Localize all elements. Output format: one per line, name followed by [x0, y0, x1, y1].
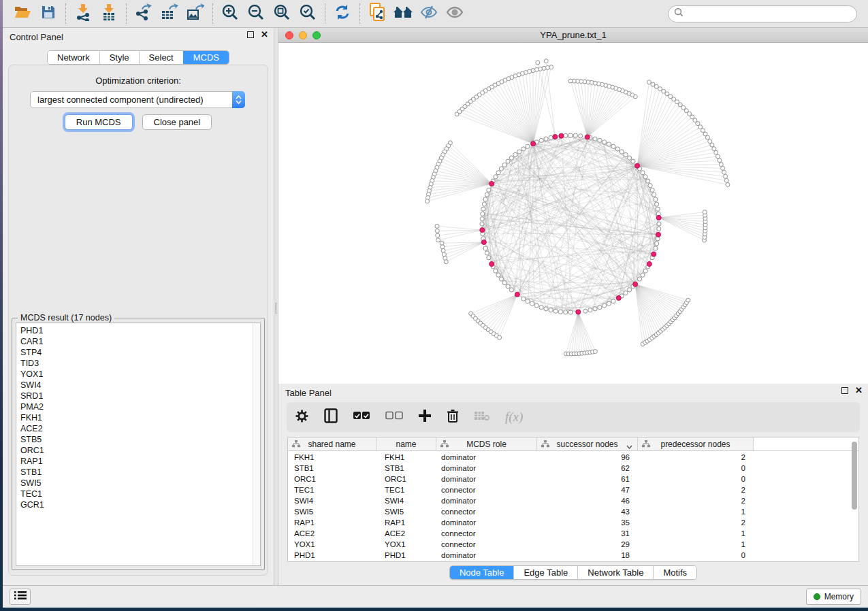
open-file-button[interactable] [10, 3, 35, 24]
criterion-select[interactable]: largest connected component (undirected) [30, 91, 245, 108]
toolbar-separator [359, 3, 360, 24]
show-columns-button[interactable] [324, 408, 338, 426]
close-panel-button[interactable]: Close panel [142, 114, 212, 130]
table-cell: RAP1 [288, 518, 376, 527]
import-table-button[interactable] [96, 3, 122, 24]
table-row[interactable]: PHD1PHD1dominator180 [288, 550, 858, 561]
export-table-button[interactable] [157, 3, 182, 24]
plus-icon [418, 409, 432, 425]
splitter-handle[interactable] [275, 303, 277, 314]
result-node-item[interactable]: GCR1 [16, 499, 260, 510]
table-header-row: shared name name MCDS role successor nod… [288, 437, 858, 451]
column-header-mcds-role[interactable]: MCDS role [436, 437, 537, 450]
table-row[interactable]: SWI5SWI5connector431 [288, 506, 858, 517]
table-cell: dominator [436, 551, 537, 559]
hide-eye-button[interactable] [416, 3, 442, 24]
result-node-item[interactable]: FKH1 [16, 412, 260, 423]
memory-button[interactable]: Memory [806, 589, 861, 605]
table-row[interactable]: TEC1TEC1connector472 [288, 484, 858, 495]
export-network-button[interactable] [131, 3, 157, 24]
table-row[interactable]: SWI4SWI4dominator462 [288, 495, 858, 506]
result-node-item[interactable]: ORC1 [16, 445, 260, 456]
table-row[interactable]: ACE2ACE2connector311 [288, 528, 858, 539]
result-node-item[interactable]: PHD1 [16, 325, 260, 336]
column-header-shared-name[interactable]: shared name [288, 437, 376, 450]
close-panel-icon[interactable]: ✕ [261, 31, 268, 38]
result-node-item[interactable]: YOX1 [16, 369, 260, 380]
result-node-item[interactable]: CAR1 [16, 336, 260, 347]
tab-mcds[interactable]: MCDS [183, 51, 229, 64]
task-history-button[interactable] [10, 589, 31, 605]
import-table-icon [101, 3, 117, 24]
result-node-item[interactable]: TEC1 [16, 489, 260, 499]
zoom-out-button[interactable] [243, 3, 269, 24]
table-cell: dominator [436, 497, 537, 505]
clone-network-button[interactable] [364, 3, 390, 24]
result-node-item[interactable]: SWI4 [16, 380, 260, 391]
refresh-button[interactable] [329, 3, 355, 24]
float-panel-icon[interactable] [247, 31, 254, 38]
result-node-item[interactable]: STP4 [16, 347, 260, 358]
table-row[interactable]: FKH1FKH1dominator962 [288, 452, 858, 463]
result-node-item[interactable]: SRD1 [16, 391, 260, 401]
table-scrollbar-thumb[interactable] [852, 442, 857, 510]
export-image-button[interactable] [182, 3, 208, 24]
table-row[interactable]: YOX1YOX1connector291 [288, 539, 858, 550]
result-list-scrollbar[interactable] [253, 323, 260, 565]
tab-select[interactable]: Select [139, 51, 183, 64]
table-panel-titlebar: Table Panel ✕ [278, 384, 868, 401]
table-cell: STB1 [288, 464, 376, 472]
trash-icon [447, 409, 459, 426]
tab-style[interactable]: Style [99, 51, 139, 64]
panel-splitter[interactable] [274, 28, 278, 585]
table-row[interactable]: RAP1RAP1dominator352 [288, 517, 858, 528]
result-node-item[interactable]: STB1 [16, 467, 260, 478]
table-cell: 2 [638, 518, 754, 527]
column-header-successor-nodes[interactable]: successor nodes [537, 437, 638, 450]
column-header-predecessor-nodes[interactable]: predecessor nodes [638, 437, 754, 450]
function-builder-button-disabled: f(x) [505, 410, 523, 425]
zoom-in-button[interactable] [217, 3, 243, 24]
list-menu-icon [14, 591, 27, 603]
delete-column-button[interactable] [447, 409, 459, 426]
table-cell: TEC1 [376, 486, 436, 494]
floppy-disk-icon [41, 5, 56, 22]
result-node-item[interactable]: SWI5 [16, 478, 260, 489]
zoom-selected-button[interactable] [295, 3, 321, 24]
import-network-button[interactable] [70, 3, 96, 24]
table-cell: ORC1 [288, 475, 376, 483]
column-header-name[interactable]: name [376, 437, 436, 450]
run-mcds-button[interactable]: Run MCDS [65, 114, 133, 130]
result-node-item[interactable]: RAP1 [16, 456, 260, 467]
result-node-item[interactable]: TID3 [16, 358, 260, 369]
table-tab-network-table[interactable]: Network Table [577, 566, 653, 579]
tab-network[interactable]: Network [48, 51, 99, 64]
table-cell: dominator [436, 518, 537, 527]
float-table-panel-icon[interactable] [841, 387, 848, 394]
result-node-item[interactable]: PMA2 [16, 401, 260, 412]
network-graph[interactable] [278, 43, 868, 384]
result-node-item[interactable]: ACE2 [16, 423, 260, 434]
result-node-item[interactable]: STB5 [16, 434, 260, 445]
houses-button[interactable] [390, 3, 416, 24]
search-input[interactable] [687, 9, 851, 18]
network-canvas[interactable] [278, 43, 868, 384]
table-tab-edge-table[interactable]: Edge Table [513, 566, 577, 579]
table-row[interactable]: STB1STB1dominator620 [288, 463, 858, 474]
zoom-fit-button[interactable] [269, 3, 295, 24]
table-tab-node-table[interactable]: Node Table [450, 566, 514, 579]
table-cell: RAP1 [376, 518, 436, 527]
table-cell: 61 [537, 475, 638, 483]
select-all-button[interactable] [353, 411, 370, 423]
table-settings-button[interactable] [295, 409, 309, 426]
deselect-all-button[interactable] [385, 411, 403, 423]
show-eye-button[interactable] [442, 3, 468, 24]
add-column-button[interactable] [418, 409, 432, 425]
zoom-selected-icon [299, 3, 317, 24]
table-panel-title: Table Panel [285, 388, 332, 398]
close-table-panel-icon[interactable]: ✕ [855, 387, 863, 394]
table-row[interactable]: ORC1ORC1dominator610 [288, 474, 858, 484]
save-button[interactable] [35, 3, 61, 24]
table-tab-motifs[interactable]: Motifs [653, 566, 696, 579]
column-type-icon [292, 440, 300, 450]
